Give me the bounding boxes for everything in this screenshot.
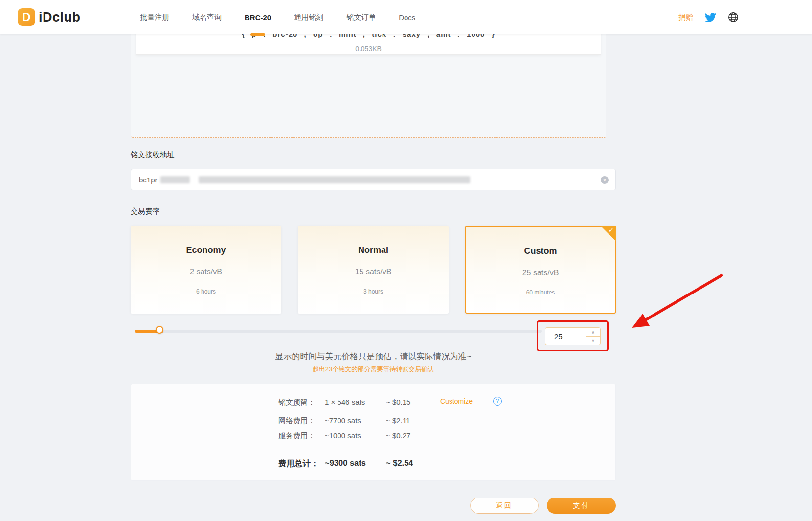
summary-sats: ~1000 sats — [325, 431, 361, 440]
fee-option-rate: 25 sats/vB — [466, 269, 615, 277]
fee-option-custom[interactable]: Custom 25 sats/vB 60 minutes ✓ — [465, 226, 616, 314]
main-nav: 批量注册 域名查询 BRC-20 通用铭刻 铭文订单 Docs — [140, 0, 415, 34]
custom-fee-value: 25 — [554, 328, 563, 345]
fee-option-name: Custom — [466, 246, 615, 256]
nav-item-batch-register[interactable]: 批量注册 — [140, 0, 169, 34]
header-right: 捐赠 — [678, 0, 739, 34]
summary-usd: ~ $2.11 — [386, 416, 410, 425]
customize-link[interactable]: Customize — [440, 397, 473, 405]
nav-label: Docs — [399, 13, 415, 22]
redacted-address-segment — [199, 176, 470, 183]
fee-option-time: 60 minutes — [466, 289, 615, 296]
summary-total-sats: ~9300 sats — [325, 458, 366, 468]
clear-input-icon[interactable]: ✕ — [601, 176, 609, 184]
fee-option-rate: 15 sats/vB — [298, 268, 449, 276]
nav-label: 铭文订单 — [346, 13, 376, 22]
fee-option-normal[interactable]: Normal 15 sats/vB 3 hours — [298, 226, 449, 314]
address-input[interactable]: bc1pr ✕ — [131, 169, 616, 190]
summary-label: 服务费用： — [278, 431, 315, 441]
back-button[interactable]: 返回 — [470, 498, 539, 514]
nav-item-docs[interactable]: Docs — [399, 0, 415, 34]
nav-item-domain-query[interactable]: 域名查询 — [192, 0, 222, 34]
address-label: 铭文接收地址 — [131, 150, 175, 159]
warning-note: 超出23个铭文的部分需要等待转账交易确认 — [131, 365, 616, 374]
pay-button[interactable]: 支付 — [547, 498, 616, 514]
address-value: bc1pr — [139, 176, 158, 184]
summary-label: 网络费用： — [278, 416, 315, 426]
logo-icon: D — [18, 8, 35, 26]
header: D iDclub 批量注册 域名查询 BRC-20 通用铭刻 铭文订单 Docs… — [0, 0, 812, 34]
nav-label: 域名查询 — [192, 13, 222, 22]
summary-sats: ~7700 sats — [325, 416, 361, 425]
page: { "p" : "brc-20" , "op" : "mint" , "tick… — [0, 0, 812, 521]
active-tab-underline — [250, 33, 265, 36]
fee-option-time: 3 hours — [298, 288, 449, 295]
summary-usd: ~ $0.27 — [386, 431, 410, 440]
spinner-down-icon[interactable]: ∨ — [586, 337, 600, 345]
summary-total-label: 费用总计： — [278, 458, 319, 469]
inscription-size: 0.053KB — [136, 45, 601, 53]
fee-option-name: Normal — [298, 245, 449, 255]
annotation-arrow — [621, 268, 729, 339]
nav-label: BRC-20 — [245, 13, 271, 22]
fee-option-time: 6 hours — [131, 288, 281, 295]
estimate-note: 显示的时间与美元价格只是预估，请以实际情况为准~ — [131, 351, 616, 362]
spinner-up-icon[interactable]: ∧ — [586, 328, 600, 337]
nav-item-inscription-orders[interactable]: 铭文订单 — [346, 0, 376, 34]
custom-fee-input[interactable]: 25 ∧ ∨ — [545, 327, 601, 345]
fee-rate-label: 交易费率 — [131, 207, 160, 216]
globe-icon[interactable] — [728, 12, 739, 23]
summary-sats: 1 × 546 sats — [325, 398, 365, 406]
summary-label: 铭文预留： — [278, 398, 315, 407]
summary-row-total: 费用总计： ~9300 sats ~ $2.54 — [131, 458, 615, 468]
fee-option-economy[interactable]: Economy 2 sats/vB 6 hours — [131, 226, 281, 314]
nav-item-common-inscribe[interactable]: 通用铭刻 — [294, 0, 323, 34]
summary-total-usd: ~ $2.54 — [386, 458, 413, 468]
logo-text: iDclub — [39, 10, 81, 25]
nav-label: 通用铭刻 — [294, 13, 323, 22]
fee-summary-panel: 铭文预留： 1 × 546 sats ~ $0.15 网络费用： ~7700 s… — [131, 384, 616, 481]
fee-slider-handle[interactable] — [156, 326, 163, 334]
donate-link[interactable]: 捐赠 — [678, 13, 693, 22]
twitter-icon[interactable] — [705, 12, 716, 23]
summary-row-service: 服务费用： ~1000 sats ~ $0.27 — [131, 431, 615, 441]
fee-option-rate: 2 sats/vB — [131, 268, 281, 276]
summary-row-reserve: 铭文预留： 1 × 546 sats ~ $0.15 — [131, 398, 615, 408]
logo[interactable]: D iDclub — [18, 0, 81, 34]
fee-option-name: Economy — [131, 245, 281, 255]
redacted-address-segment — [160, 176, 190, 183]
check-icon: ✓ — [609, 227, 614, 234]
nav-item-brc20[interactable]: BRC-20 — [245, 0, 271, 34]
number-spinner: ∧ ∨ — [586, 328, 600, 345]
summary-usd: ~ $0.15 — [386, 398, 410, 406]
nav-label: 批量注册 — [140, 13, 169, 22]
summary-row-network: 网络费用： ~7700 sats ~ $2.11 — [131, 416, 615, 426]
help-icon[interactable]: ? — [493, 397, 502, 406]
fee-slider-track[interactable] — [135, 330, 542, 333]
